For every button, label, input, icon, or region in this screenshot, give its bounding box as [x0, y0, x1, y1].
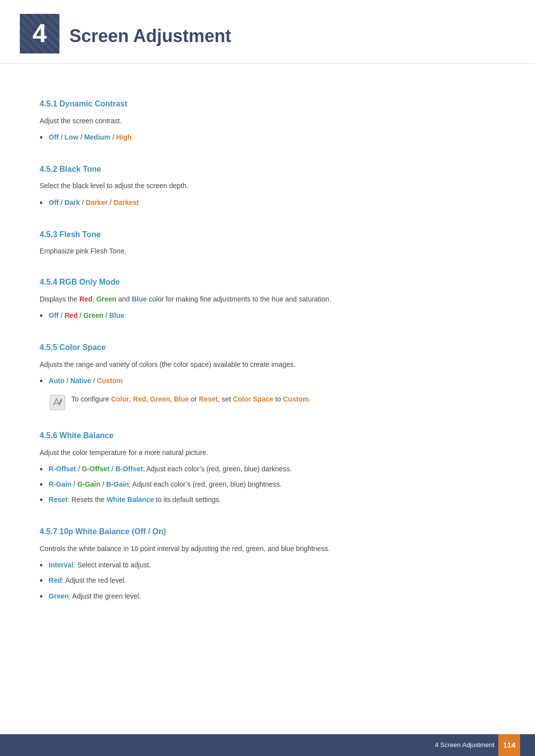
section-desc-4.5.3: Emphasize pink Flesh Tone. [40, 246, 495, 257]
list-item: Off / Dark / Darker / Darkest [40, 197, 495, 209]
list-item: Interval: Select interval to adjust. [40, 559, 495, 572]
list-item: Green: Adjust the green level. [40, 591, 495, 603]
note-icon [50, 395, 65, 410]
list-item: Off / Low / Medium / High [40, 132, 495, 144]
page-footer: 4 Screen Adjustment 114 [0, 734, 535, 756]
section-desc-4.5.2: Select the black level to adjust the scr… [40, 180, 495, 192]
svg-rect-0 [50, 395, 65, 410]
list-item: Off / Red / Green / Blue [40, 310, 495, 322]
section-desc-4.5.7: Controls the white balance in 10 point i… [40, 543, 495, 554]
chapter-number: 4 [33, 13, 47, 54]
section-desc-4.5.5: Adjusts the range and variety of colors … [40, 359, 495, 370]
chapter-number-block: 4 [20, 14, 59, 53]
bullet-list-4.5.7: Interval: Select interval to adjust.Red:… [40, 559, 495, 603]
section-desc-4.5.4: Displays the Red, Green and Blue color f… [40, 294, 495, 305]
bullet-list-4.5.5: Auto / Native / Custom [40, 375, 495, 388]
page-title: Screen Adjustment [69, 14, 231, 50]
bullet-list-4.5.4: Off / Red / Green / Blue [40, 310, 495, 322]
list-item: R-Gain / G-Gain / B-Gain: Adjust each co… [40, 479, 495, 491]
section-heading-4.5.3: 4.5.3 Flesh Tone [40, 228, 495, 241]
list-item: Auto / Native / Custom [40, 375, 495, 388]
section-heading-4.5.1: 4.5.1 Dynamic Contrast [40, 98, 495, 110]
list-item: Red: Adjust the red level. [40, 575, 495, 587]
section-desc-4.5.6: Adjust the color temperature for a more … [40, 447, 495, 458]
page-header: 4 Screen Adjustment [0, 0, 535, 64]
list-item: Reset: Resets the White Balance to its d… [40, 494, 495, 506]
bullet-list-4.5.2: Off / Dark / Darker / Darkest [40, 197, 495, 209]
section-heading-4.5.4: 4.5.4 RGB Only Mode [40, 276, 495, 289]
note-box-4.5.5: To configure Color, Red, Green, Blue or … [50, 394, 495, 410]
section-heading-4.5.2: 4.5.2 Black Tone [40, 163, 495, 176]
bullet-list-4.5.6: R-Offset / G-Offset / B-Offset: Adjust e… [40, 463, 495, 507]
list-item: R-Offset / G-Offset / B-Offset: Adjust e… [40, 463, 495, 476]
content-area: 4.5.1 Dynamic ContrastAdjust the screen … [0, 64, 535, 646]
section-desc-4.5.1: Adjust the screen contrast. [40, 115, 495, 127]
section-heading-4.5.6: 4.5.6 White Balance [40, 429, 495, 442]
footer-page-number: 114 [498, 734, 520, 756]
footer-label: 4 Screen Adjustment [435, 740, 494, 751]
section-heading-4.5.7: 4.5.7 10p White Balance (Off / On) [40, 525, 495, 538]
section-heading-4.5.5: 4.5.5 Color Space [40, 341, 495, 354]
note-text: To configure Color, Red, Green, Blue or … [71, 394, 311, 404]
bullet-list-4.5.1: Off / Low / Medium / High [40, 132, 495, 144]
